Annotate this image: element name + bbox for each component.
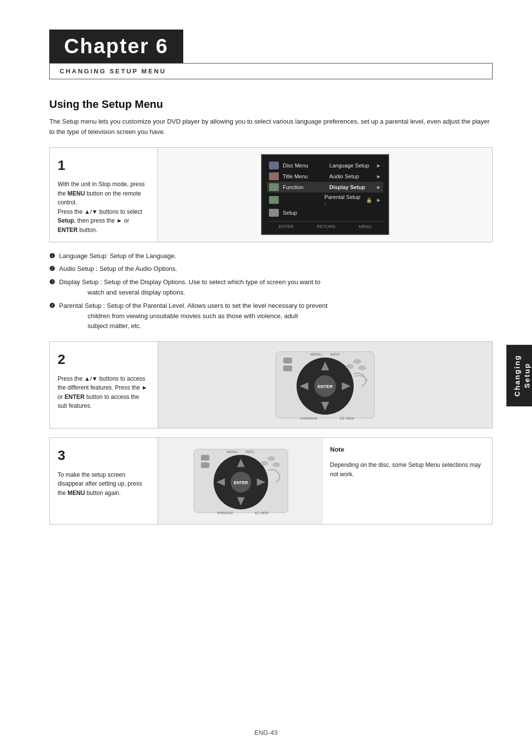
svg-rect-32 [200,455,209,460]
svg-text:INFO: INFO [330,352,339,357]
step-1-container: 1 With the unit in Stop mode, press the … [49,147,493,242]
step-3-text: To make the setup screen disappear after… [58,471,142,496]
svg-rect-16 [283,365,292,371]
step-3-left: 3 To make the setup screen disappear aft… [50,438,158,524]
svg-rect-15 [283,358,292,363]
svg-text:MENU: MENU [227,450,237,454]
bullet-1: ❶ Language Setup: Setup of the Language. [49,251,493,262]
step-3-container: 3 To make the setup screen disappear aft… [49,437,493,525]
note-text: Depending on the disc, some Setup Menu s… [330,460,485,479]
right-sidebar-tab: ChangingSetupMenu [506,345,532,406]
step-2-container: 2 Press the ▲/▼ buttons to access the di… [49,341,493,428]
step-3-right: ENTER MENU INFO KARAOKE EZ VIEW [158,438,492,524]
step-2-left: 2 Press the ▲/▼ buttons to access the di… [50,342,158,428]
bullet-4: ❹ Parental Setup : Setup of the Parental… [49,301,493,331]
title-menu-icon [269,172,279,180]
step-3-note: Note Depending on the disc, some Setup M… [323,438,492,524]
dvd-menu-row-1: Disc Menu Language Setup ► [267,160,383,171]
svg-text:EZ VIEW: EZ VIEW [340,417,354,420]
setup-icon [269,209,279,217]
note-title: Note [330,445,485,455]
chapter-header: Chapter 6 Changing Setup Menu [49,30,493,79]
step-1-number: 1 [58,155,150,176]
bullet-2: ❷ Audio Setup : Setup of the Audio Optio… [49,264,493,274]
svg-point-31 [272,462,279,467]
dvd-menu-bottom: ENTER RETURN MENU [267,221,383,229]
intro-paragraph: The Setup menu lets you customize your D… [49,117,493,137]
remote-control-2: ENTER MENU INFO KARAOKE EZ VIEW [271,347,379,423]
svg-point-13 [346,364,354,369]
step-2-number: 2 [58,349,150,370]
dvd-menu-row-5: Setup [267,207,383,218]
dvd-menu-row-2: Title Menu Audio Setup ► [267,171,383,182]
svg-text:INFO: INFO [245,450,254,454]
svg-text:ENTER: ENTER [318,384,333,389]
svg-text:KARAOKE: KARAOKE [217,511,233,515]
disc-menu-icon [269,162,279,169]
bullet-3: ❸ Display Setup : Setup of the Display O… [49,277,493,298]
chapter-subtitle: Changing Setup Menu [49,63,493,79]
svg-point-14 [358,365,366,370]
chapter-title: Chapter 6 [49,30,183,63]
page: Chapter 6 Changing Setup Menu Using the … [0,0,532,756]
section-title: Using the Setup Menu [49,98,493,111]
svg-point-12 [353,359,361,364]
dvd-menu-mockup: Disc Menu Language Setup ► Title Menu Au… [261,154,389,235]
svg-text:MENU: MENU [310,352,322,357]
svg-text:KARAOKE: KARAOKE [300,417,317,420]
step-3-number: 3 [58,445,150,466]
dvd-menu-row-4: Parental Setup : 🔒 ► [267,193,383,207]
step-1-right: Disc Menu Language Setup ► Title Menu Au… [158,148,492,242]
page-number: ENG-43 [255,729,278,736]
step-2-text: Press the ▲/▼ buttons to access the diff… [58,375,147,410]
step-3-remote: ENTER MENU INFO KARAOKE EZ VIEW [158,438,323,524]
svg-text:ENTER: ENTER [233,480,248,485]
step-2-right: ENTER MENU INFO KARAOKE EZ VIEW [158,342,492,428]
svg-point-30 [261,461,268,466]
function-icon [269,183,279,191]
svg-point-29 [267,457,275,461]
parental-icon [269,196,279,204]
svg-text:EZ VIEW: EZ VIEW [255,511,268,515]
bullet-list: ❶ Language Setup: Setup of the Language.… [49,251,493,332]
step-1-text: With the unit in Stop mode, press the ME… [58,181,145,233]
svg-rect-33 [200,462,209,468]
dvd-menu-row-3: Function Display Setup ► [267,182,383,193]
enter-label: ENTER [279,224,294,229]
return-label: RETURN [317,224,335,229]
step-1-left: 1 With the unit in Stop mode, press the … [50,148,158,242]
tab-line1: ChangingSetupMenu [513,355,532,396]
menu-label: MENU [359,224,372,229]
remote-control-3: ENTER MENU INFO KARAOKE EZ VIEW [189,443,293,519]
